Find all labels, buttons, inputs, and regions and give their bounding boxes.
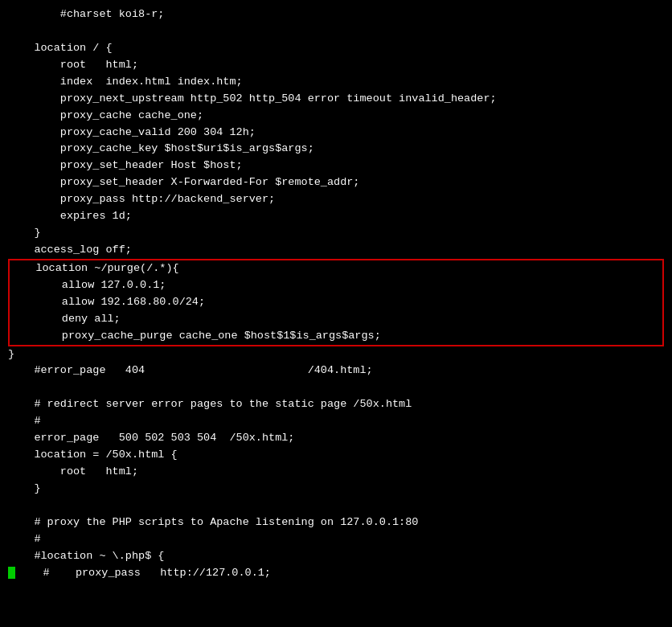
empty-line bbox=[0, 498, 672, 514]
highlighted-line: proxy_cache_purge cache_one $host$1$is_a… bbox=[10, 328, 662, 345]
highlighted-line: location ~/purge(/.*){ bbox=[10, 260, 662, 277]
code-line: # bbox=[0, 413, 672, 430]
code-line: } bbox=[0, 481, 672, 498]
code-line: # redirect server error pages to the sta… bbox=[0, 396, 672, 413]
code-line: proxy_next_upstream http_502 http_504 er… bbox=[0, 91, 672, 108]
code-line: error_page 500 502 503 504 /50x.html; bbox=[0, 430, 672, 447]
highlighted-line: allow 127.0.0.1; bbox=[10, 277, 662, 294]
highlighted-line: deny all; bbox=[10, 311, 662, 328]
code-line: #charset koi8-r; bbox=[0, 6, 672, 23]
highlighted-block: location ~/purge(/.*){ allow 127.0.0.1; … bbox=[8, 259, 664, 346]
code-editor: #charset koi8-r; location / { root html;… bbox=[0, 0, 672, 627]
code-line: location / { bbox=[0, 40, 672, 57]
code-line: #location ~ \.php$ { bbox=[0, 548, 672, 565]
code-line: root html; bbox=[0, 464, 672, 481]
empty-line bbox=[0, 23, 672, 40]
code-line: expires 1d; bbox=[0, 208, 672, 225]
code-line: # proxy the PHP scripts to Apache listen… bbox=[0, 514, 672, 531]
code-line: } bbox=[0, 346, 672, 363]
code-line: proxy_cache cache_one; bbox=[0, 108, 672, 125]
code-line: # bbox=[0, 531, 672, 548]
code-line: proxy_set_header Host $host; bbox=[0, 158, 672, 174]
code-line: } bbox=[0, 225, 672, 242]
code-line: index index.html index.htm; bbox=[0, 74, 672, 91]
text-cursor bbox=[8, 567, 15, 579]
code-line: location = /50x.html { bbox=[0, 447, 672, 464]
code-line: root html; bbox=[0, 57, 672, 74]
code-line: access_log off; bbox=[0, 242, 672, 259]
code-line: proxy_set_header X-Forwarded-For $remote… bbox=[0, 174, 672, 191]
highlighted-line: allow 192.168.80.0/24; bbox=[10, 294, 662, 311]
code-line: #error_page 404 /404.html; bbox=[0, 363, 672, 379]
code-line: proxy_cache_valid 200 304 12h; bbox=[0, 125, 672, 141]
code-line: proxy_cache_key $host$uri$is_args$args; bbox=[0, 141, 672, 158]
empty-line bbox=[0, 379, 672, 396]
code-line-cursor: # proxy_pass http://127.0.0.1; bbox=[0, 565, 672, 582]
code-line: proxy_pass http://backend_server; bbox=[0, 191, 672, 208]
